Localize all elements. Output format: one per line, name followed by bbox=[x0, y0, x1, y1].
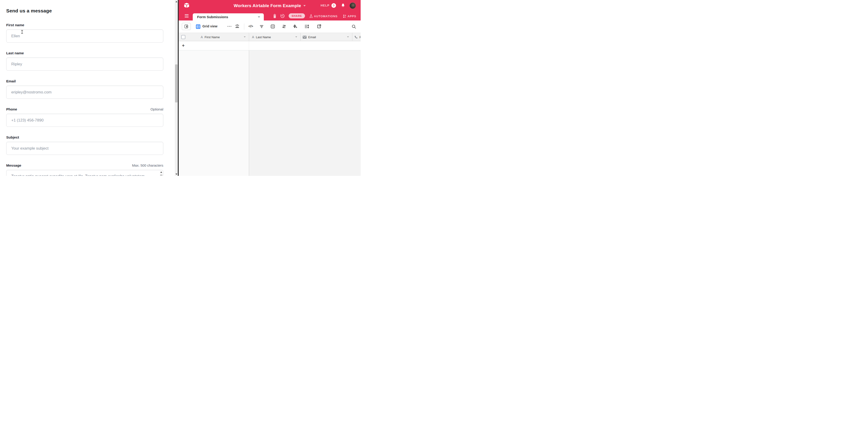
field-email: Email eripley@nostromo.com bbox=[6, 79, 163, 99]
field-subject: Subject Your example subject bbox=[6, 135, 163, 155]
email-field-type-icon bbox=[303, 36, 307, 39]
search-icon[interactable] bbox=[351, 24, 356, 30]
subject-input[interactable]: Your example subject bbox=[6, 142, 163, 155]
field-first-name: First name Ellen bbox=[6, 23, 163, 42]
message-textarea-scrollbar[interactable] bbox=[160, 171, 163, 176]
phone-optional-hint: Optional bbox=[150, 107, 163, 112]
left-pane-scrollbar[interactable] bbox=[175, 0, 178, 176]
grid-column-header-row: A First Name A Last Name Email bbox=[179, 33, 361, 41]
screen: Send us a message First name Ellen Last … bbox=[0, 0, 361, 176]
apps-icon bbox=[343, 14, 347, 18]
email-placeholder: eripley@nostromo.com bbox=[11, 90, 52, 95]
last-name-input[interactable]: Ripley bbox=[6, 58, 163, 71]
phone-placeholder: +1 (123) 456-7890 bbox=[11, 118, 43, 123]
airtable-top-bar: Workers Airtable Form Example HELP ? bbox=[179, 0, 361, 11]
scrollbar-thumb[interactable] bbox=[175, 64, 178, 102]
automations-button[interactable]: AUTOMATIONS bbox=[309, 14, 338, 18]
table-tabs-bar: Form Submissions SHARE bbox=[179, 11, 361, 21]
table-tab-label: Form Submissions bbox=[197, 15, 228, 19]
grid-view-icon bbox=[196, 24, 200, 30]
column-header-phone[interactable]: P bbox=[354, 33, 361, 41]
view-more-options-icon[interactable] bbox=[227, 24, 232, 29]
field-last-name: Last name Ripley bbox=[6, 51, 163, 71]
share-button[interactable]: SHARE bbox=[289, 13, 305, 19]
grid-empty-area bbox=[179, 51, 361, 176]
view-name-label[interactable]: Grid view bbox=[203, 24, 217, 28]
text-field-type-icon: A bbox=[200, 35, 203, 39]
column-divider[interactable] bbox=[300, 33, 301, 41]
group-icon[interactable] bbox=[270, 24, 275, 30]
table-menu-caret-icon[interactable] bbox=[258, 16, 260, 18]
first-name-label: First name bbox=[6, 23, 24, 27]
scroll-up-arrow-icon[interactable] bbox=[175, 0, 178, 3]
sidebar-menu-icon[interactable] bbox=[185, 14, 189, 18]
apps-button[interactable]: APPS bbox=[343, 14, 356, 18]
view-toolbar: Grid view </> bbox=[179, 21, 361, 33]
notifications-bell-icon[interactable] bbox=[341, 3, 345, 9]
grid-background-area bbox=[249, 51, 361, 176]
scroll-up-arrow-icon[interactable] bbox=[160, 172, 162, 173]
column-divider[interactable] bbox=[352, 33, 352, 41]
first-name-input[interactable]: Ellen bbox=[6, 29, 163, 42]
toolbar-divider bbox=[244, 24, 244, 30]
color-icon[interactable] bbox=[292, 24, 298, 30]
form-title: Send us a message bbox=[6, 0, 163, 14]
phone-label: Phone bbox=[6, 107, 17, 112]
sidebar-toggle-icon bbox=[184, 24, 189, 29]
email-input[interactable]: eripley@nostromo.com bbox=[6, 86, 163, 99]
message-text: Tenetur optio quaerat expedita vero et i… bbox=[11, 174, 146, 176]
email-label: Email bbox=[6, 79, 16, 84]
last-name-placeholder: Ripley bbox=[11, 62, 22, 66]
row-height-icon[interactable] bbox=[304, 24, 309, 30]
message-label: Message bbox=[6, 163, 21, 168]
message-textarea[interactable]: Tenetur optio quaerat expedita vero et i… bbox=[6, 170, 163, 176]
airtable-pane: Workers Airtable Form Example HELP ? For… bbox=[179, 0, 361, 176]
select-all-checkbox[interactable] bbox=[181, 35, 185, 39]
column-header-last-name[interactable]: A Last Name bbox=[252, 33, 271, 41]
help-question-icon[interactable]: ? bbox=[332, 3, 336, 8]
last-name-label: Last name bbox=[6, 51, 24, 56]
message-max-chars-hint: Max. 500 characters bbox=[132, 163, 163, 168]
collaborators-icon[interactable] bbox=[235, 24, 240, 30]
field-phone: Phone Optional +1 (123) 456-7890 bbox=[6, 107, 163, 127]
scrollbar-thumb[interactable] bbox=[160, 175, 162, 176]
subject-label: Subject bbox=[6, 135, 19, 140]
base-title[interactable]: Workers Airtable Form Example bbox=[234, 3, 301, 8]
text-cursor-pointer bbox=[21, 30, 24, 35]
filter-icon[interactable] bbox=[259, 24, 264, 30]
column-menu-caret-icon[interactable] bbox=[244, 36, 246, 37]
hide-fields-icon[interactable]: </> bbox=[248, 24, 253, 28]
trash-icon[interactable] bbox=[273, 14, 277, 19]
scroll-down-arrow-icon[interactable] bbox=[175, 173, 178, 176]
column-header-email[interactable]: Email bbox=[303, 33, 316, 41]
first-name-placeholder: Ellen bbox=[11, 34, 20, 38]
base-menu-caret-icon[interactable] bbox=[303, 5, 306, 6]
view-sidebar-toggle-button[interactable] bbox=[182, 23, 191, 30]
column-header-first-name[interactable]: A First Name bbox=[200, 33, 220, 41]
grid-first-column-area bbox=[179, 51, 249, 176]
subject-placeholder: Your example subject bbox=[11, 146, 49, 151]
sort-icon[interactable] bbox=[281, 24, 286, 30]
phone-input[interactable]: +1 (123) 456-7890 bbox=[6, 114, 163, 127]
text-field-type-icon: A bbox=[252, 35, 254, 39]
add-record-row[interactable]: + bbox=[179, 41, 361, 51]
add-record-plus-icon[interactable]: + bbox=[182, 43, 185, 48]
automations-icon bbox=[309, 14, 313, 18]
help-button[interactable]: HELP bbox=[320, 4, 330, 7]
history-icon[interactable] bbox=[280, 13, 285, 19]
tab-form-submissions[interactable]: Form Submissions bbox=[193, 13, 264, 21]
user-avatar[interactable] bbox=[349, 3, 356, 9]
column-menu-caret-icon[interactable] bbox=[347, 36, 349, 37]
field-message: Message Max. 500 characters Tenetur opti… bbox=[6, 163, 163, 176]
share-view-icon[interactable] bbox=[316, 24, 321, 30]
column-menu-caret-icon[interactable] bbox=[295, 36, 297, 37]
contact-form-pane: Send us a message First name Ellen Last … bbox=[0, 0, 175, 176]
phone-field-type-icon bbox=[354, 35, 358, 39]
